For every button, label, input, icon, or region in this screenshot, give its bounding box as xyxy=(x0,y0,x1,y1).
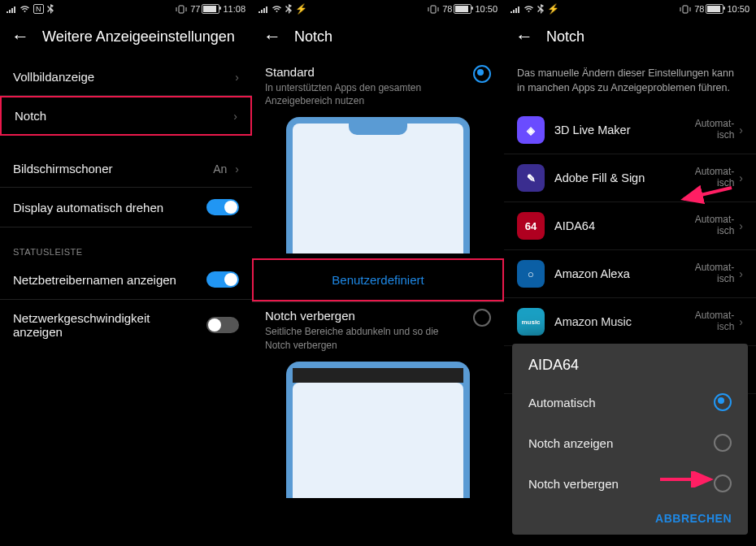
vibrate-icon xyxy=(176,5,187,14)
app-row[interactable]: 64AIDA64Automat-isch› xyxy=(504,202,756,250)
radio-auto[interactable] xyxy=(714,393,732,411)
battery-indicator: 77 xyxy=(190,4,219,14)
app-value: Automat-isch xyxy=(695,119,735,141)
vibrate-icon xyxy=(680,5,691,14)
row-autorotate[interactable]: Display automatisch drehen xyxy=(0,188,252,228)
dialog-option-show[interactable]: Notch anzeigen xyxy=(514,422,746,463)
status-bar: ⚡ 78 10:50 xyxy=(252,0,504,18)
chevron-right-icon: › xyxy=(235,71,239,84)
wifi-icon xyxy=(272,5,282,13)
chevron-right-icon: › xyxy=(739,171,743,184)
toggle-netspeed[interactable] xyxy=(206,317,239,333)
app-icon: ✎ xyxy=(517,164,545,192)
row-fullscreen[interactable]: Vollbildanzeige › xyxy=(0,58,252,96)
row-value: An xyxy=(213,162,227,176)
app-value: Automat-isch xyxy=(695,310,735,333)
nfc-icon: N xyxy=(33,4,44,14)
charging-icon: ⚡ xyxy=(295,3,307,15)
app-icon: ○ xyxy=(517,260,545,288)
row-label: Notch xyxy=(15,109,46,123)
row-screensaver[interactable]: Bildschirmschoner An › xyxy=(0,150,252,188)
dialog-option-label: Automatisch xyxy=(528,396,596,410)
radio-hide[interactable] xyxy=(473,309,491,327)
app-icon: music xyxy=(517,308,545,336)
chevron-right-icon: › xyxy=(739,124,743,136)
page-title: Notch xyxy=(294,28,332,46)
screen-notch-app-list: ⚡ 78 10:50 ← Notch Das manuelle Ändern d… xyxy=(504,0,756,546)
charging-icon: ⚡ xyxy=(547,3,559,15)
dialog-option-auto[interactable]: Automatisch xyxy=(514,382,746,422)
svg-rect-0 xyxy=(179,6,184,13)
vibrate-icon xyxy=(428,5,439,14)
app-name: Amazon Alexa xyxy=(554,267,685,280)
dialog-app-notch: AIDA64 Automatisch Notch anzeigen Notch … xyxy=(512,344,748,535)
option-hide-notch[interactable]: Notch verbergen Seitliche Bereiche abdun… xyxy=(252,302,504,356)
page-title: Weitere Anzeigeeinstellungen xyxy=(42,28,235,46)
option-subtitle: In unterstützten Apps den gesamten Anzei… xyxy=(265,81,463,107)
app-name: Adobe Fill & Sign xyxy=(554,171,685,184)
app-row[interactable]: ○Amazon AlexaAutomat-isch› xyxy=(504,250,756,298)
bluetooth-icon xyxy=(285,4,292,14)
chevron-right-icon: › xyxy=(235,162,239,176)
header: ← Notch xyxy=(252,18,504,58)
signal-icon xyxy=(7,5,16,13)
toggle-carrier[interactable] xyxy=(206,271,239,288)
preview-hidden xyxy=(286,362,470,498)
app-name: AIDA64 xyxy=(554,219,685,232)
bluetooth-icon xyxy=(47,4,54,14)
app-name: Amazon Music xyxy=(554,315,685,328)
chevron-right-icon: › xyxy=(233,110,237,123)
dialog-title: AIDA64 xyxy=(514,355,746,382)
row-notch[interactable]: Notch › xyxy=(0,96,252,136)
radio-show[interactable] xyxy=(714,434,732,452)
bluetooth-icon xyxy=(537,4,544,14)
app-name: 3D Live Maker xyxy=(554,124,685,136)
description-text: Das manuelle Ändern dieser Einstellungen… xyxy=(504,58,756,106)
battery-pct: 77 xyxy=(190,4,200,14)
app-row[interactable]: ◈3D Live MakerAutomat-isch› xyxy=(504,106,756,154)
signal-icon xyxy=(259,5,268,13)
clock: 10:50 xyxy=(475,4,497,14)
option-standard[interactable]: Standard In unterstützten Apps den gesam… xyxy=(252,58,504,112)
row-carrier-name[interactable]: Netzbetreibernamen anzeigen xyxy=(0,260,252,300)
battery-pct: 78 xyxy=(694,4,704,14)
app-value: Automat-isch xyxy=(695,214,735,237)
back-icon[interactable]: ← xyxy=(263,26,281,47)
svg-rect-1 xyxy=(431,6,436,13)
app-row[interactable]: ✎Adobe Fill & SignAutomat-isch› xyxy=(504,154,756,202)
app-value: Automat-isch xyxy=(695,262,735,285)
option-title: Standard xyxy=(265,65,463,79)
row-network-speed[interactable]: Netzwerkgeschwindigkeit anzeigen xyxy=(0,300,252,350)
header: ← Weitere Anzeigeeinstellungen xyxy=(0,18,252,58)
wifi-icon xyxy=(524,5,534,13)
back-icon[interactable]: ← xyxy=(515,26,533,47)
dialog-option-hide[interactable]: Notch verbergen xyxy=(514,463,746,504)
app-row[interactable]: musicAmazon MusicAutomat-isch› xyxy=(504,298,756,346)
svg-rect-2 xyxy=(683,6,688,13)
row-label: Vollbildanzeige xyxy=(13,70,94,84)
app-icon: ◈ xyxy=(517,116,545,144)
section-header-statusbar: STATUSLEISTE xyxy=(0,242,252,260)
status-bar: N 77 11:08 xyxy=(0,0,252,18)
radio-hide[interactable] xyxy=(714,474,732,492)
dialog-cancel-button[interactable]: ABBRECHEN xyxy=(514,504,746,531)
option-custom[interactable]: Benutzerdefiniert xyxy=(252,258,504,301)
clock: 11:08 xyxy=(223,4,245,14)
screen-display-settings: N 77 11:08 ← Weitere Anzeigeeinstellunge… xyxy=(0,0,252,546)
battery-pct: 78 xyxy=(442,4,452,14)
option-title: Notch verbergen xyxy=(265,309,463,323)
chevron-right-icon: › xyxy=(739,315,743,328)
dialog-option-label: Notch verbergen xyxy=(528,477,619,491)
toggle-autorotate[interactable] xyxy=(206,199,239,215)
radio-standard[interactable] xyxy=(473,65,491,83)
row-label: Netzbetreibernamen anzeigen xyxy=(13,273,176,287)
preview-standard xyxy=(286,117,470,254)
row-label: Display automatisch drehen xyxy=(13,201,163,214)
app-value: Automat-isch xyxy=(695,167,735,189)
wifi-icon xyxy=(20,5,30,13)
screen-notch-options: ⚡ 78 10:50 ← Notch Standard In unterstüt… xyxy=(252,0,504,546)
back-icon[interactable]: ← xyxy=(11,26,29,47)
chevron-right-icon: › xyxy=(739,267,743,280)
option-subtitle: Seitliche Bereiche abdunkeln und so die … xyxy=(265,325,463,351)
chevron-right-icon: › xyxy=(739,219,743,232)
